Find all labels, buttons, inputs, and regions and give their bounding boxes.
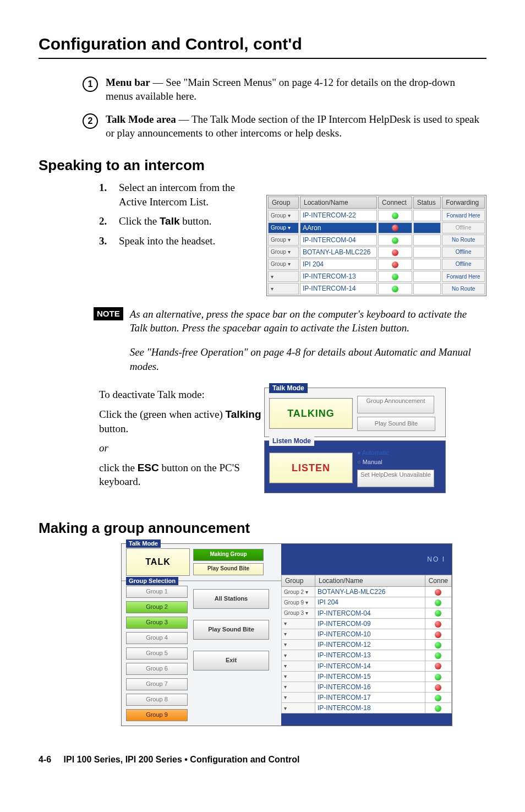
group-button[interactable]: Group 7 xyxy=(126,678,188,690)
table-row[interactable]: ▾ IP-INTERCOM-14 xyxy=(282,661,452,671)
group-cell[interactable]: Group 3 ▾ xyxy=(282,608,315,618)
name-cell[interactable]: IP-INTERCOM-04 xyxy=(315,608,425,618)
play-sound-bite-button[interactable]: Play Sound Bite xyxy=(357,417,435,431)
name-cell[interactable]: IP-INTERCOM-17 xyxy=(315,693,425,703)
forward-cell[interactable]: Forward Here xyxy=(442,271,485,282)
talking-button[interactable]: TALKING xyxy=(269,398,353,429)
th-forward[interactable]: Forwarding xyxy=(442,197,485,209)
all-stations-button[interactable]: All Stations xyxy=(193,589,269,609)
group-announcement-button[interactable]: Group Announcement xyxy=(357,396,434,413)
set-helpdesk-unavailable-button[interactable]: Set HelpDesk Unavailable xyxy=(357,470,434,487)
forward-cell[interactable]: Offline xyxy=(442,247,485,258)
table-row[interactable]: ▾ IP-INTERCOM-12 xyxy=(282,640,452,650)
table-row[interactable]: ▾ IP-INTERCOM-09 xyxy=(282,618,452,629)
th-group[interactable]: Group xyxy=(268,197,299,209)
th-connect[interactable]: Connect xyxy=(378,197,412,209)
group-cell[interactable]: ▾ xyxy=(268,271,299,282)
forward-cell[interactable]: Offline xyxy=(442,222,485,233)
group-cell[interactable]: ▾ xyxy=(282,682,315,692)
name-cell[interactable]: IP-INTERCOM-22 xyxy=(300,210,377,221)
name-cell[interactable]: BOTANY-LAB-MLC226 xyxy=(315,587,425,597)
group-cell[interactable]: Group 9 ▾ xyxy=(282,597,315,608)
note-body: As an alternative, press the space bar o… xyxy=(130,307,486,384)
table-row[interactable]: ▾ IP-INTERCOM-17 xyxy=(282,693,452,703)
group-cell[interactable]: Group 2 ▾ xyxy=(282,587,315,597)
group-cell[interactable]: ▾ xyxy=(282,661,315,671)
group-cell[interactable]: ▾ xyxy=(282,629,315,639)
table-row[interactable]: ▾ IP-INTERCOM-18 xyxy=(282,703,452,713)
forward-cell[interactable]: No Route xyxy=(442,283,485,294)
th-conne[interactable]: Conne xyxy=(425,575,451,587)
exit-button[interactable]: Exit xyxy=(193,651,269,671)
name-cell[interactable]: IPI 204 xyxy=(315,597,425,608)
group-button[interactable]: Group 3 xyxy=(126,617,188,629)
name-cell[interactable]: BOTANY-LAB-MLC226 xyxy=(300,247,377,258)
group-cell[interactable]: Group ▾ xyxy=(268,235,299,246)
group-button[interactable]: Group 8 xyxy=(126,694,188,706)
th-locname[interactable]: Location/Name xyxy=(300,197,377,209)
play-sound-bite-button-3[interactable]: Play Sound Bite xyxy=(193,620,269,640)
table-row[interactable]: Group ▾ AAron Offline xyxy=(268,222,485,233)
group-button[interactable]: Group 6 xyxy=(126,663,188,675)
table-row[interactable]: ▾ IP-INTERCOM-13 Forward Here xyxy=(268,271,485,282)
group-cell[interactable]: Group ▾ xyxy=(268,247,299,258)
name-cell[interactable]: IP-INTERCOM-10 xyxy=(315,629,425,639)
table-row[interactable]: Group 9 ▾ IPI 204 xyxy=(282,597,452,608)
group-cell[interactable]: ▾ xyxy=(282,650,315,661)
group-cell[interactable]: ▾ xyxy=(268,283,299,294)
page-footer: 4-6 IPI 100 Series, IPI 200 Series • Con… xyxy=(39,754,486,766)
name-cell[interactable]: AAron xyxy=(300,222,377,233)
name-cell[interactable]: IP-INTERCOM-13 xyxy=(300,271,377,282)
table-row[interactable]: Group ▾ IPI 204 Offline xyxy=(268,259,485,270)
group-button[interactable]: Group 9 xyxy=(126,709,188,721)
play-sound-bite-button-2[interactable]: Play Sound Bite xyxy=(193,563,264,575)
forward-cell[interactable]: Offline xyxy=(442,259,485,270)
table-row[interactable]: ▾ IP-INTERCOM-15 xyxy=(282,671,452,682)
talk-mode-box: Talk Mode TALKING Group Announcement Pla… xyxy=(264,388,446,437)
table-row[interactable]: Group ▾ BOTANY-LAB-MLC226 Offline xyxy=(268,247,485,258)
name-cell[interactable]: IP-INTERCOM-18 xyxy=(315,703,425,713)
table-row[interactable]: Group 2 ▾ BOTANY-LAB-MLC226 xyxy=(282,587,452,597)
listen-button[interactable]: LISTEN xyxy=(269,453,353,483)
table-row[interactable]: ▾ IP-INTERCOM-14 No Route xyxy=(268,283,485,294)
step-text: Select an intercom from the Active Inter… xyxy=(119,181,261,209)
name-cell[interactable]: IP-INTERCOM-16 xyxy=(315,682,425,692)
step-text: Click the Talk button. xyxy=(119,214,261,228)
name-cell[interactable]: IP-INTERCOM-04 xyxy=(300,235,377,246)
name-cell[interactable]: IPI 204 xyxy=(300,259,377,270)
making-group-announcement-button[interactable]: Making Group Announcement xyxy=(193,549,264,561)
name-cell[interactable]: IP-INTERCOM-15 xyxy=(315,671,425,682)
table-row[interactable]: ▾ IP-INTERCOM-16 xyxy=(282,682,452,692)
auto-radio[interactable]: Automatic xyxy=(357,449,434,457)
name-cell[interactable]: IP-INTERCOM-12 xyxy=(315,640,425,650)
group-cell[interactable]: ▾ xyxy=(282,703,315,713)
forward-cell[interactable]: Forward Here xyxy=(442,210,485,221)
forward-cell[interactable]: No Route xyxy=(442,235,485,246)
table-row[interactable]: Group 3 ▾ IP-INTERCOM-04 xyxy=(282,608,452,618)
ga-heading: Making a group announcement xyxy=(39,519,486,538)
manual-radio[interactable]: Manual xyxy=(357,458,434,466)
th-locname[interactable]: Location/Name xyxy=(315,575,425,587)
th-status[interactable]: Status xyxy=(413,197,441,209)
group-cell[interactable]: ▾ xyxy=(282,640,315,650)
table-row[interactable]: Group ▾ IP-INTERCOM-22 Forward Here xyxy=(268,210,485,221)
name-cell[interactable]: IP-INTERCOM-14 xyxy=(300,283,377,294)
table-row[interactable]: ▾ IP-INTERCOM-13 xyxy=(282,650,452,661)
group-button[interactable]: Group 2 xyxy=(126,601,188,613)
name-cell[interactable]: IP-INTERCOM-09 xyxy=(315,618,425,629)
group-button[interactable]: Group 1 xyxy=(126,586,188,598)
group-cell[interactable]: Group ▾ xyxy=(268,259,299,270)
group-button[interactable]: Group 5 xyxy=(126,647,188,660)
table-row[interactable]: Group ▾ IP-INTERCOM-04 No Route xyxy=(268,235,485,246)
group-cell[interactable]: Group ▾ xyxy=(268,210,299,221)
group-cell[interactable]: ▾ xyxy=(282,693,315,703)
name-cell[interactable]: IP-INTERCOM-14 xyxy=(315,661,425,671)
table-row[interactable]: ▾ IP-INTERCOM-10 xyxy=(282,629,452,639)
group-cell[interactable]: ▾ xyxy=(282,671,315,682)
group-cell[interactable]: Group ▾ xyxy=(268,222,299,233)
group-button[interactable]: Group 4 xyxy=(126,632,188,644)
group-cell[interactable]: ▾ xyxy=(282,618,315,629)
ga-talk-button[interactable]: TALK xyxy=(126,548,190,576)
th-group[interactable]: Group xyxy=(282,575,315,587)
name-cell[interactable]: IP-INTERCOM-13 xyxy=(315,650,425,661)
